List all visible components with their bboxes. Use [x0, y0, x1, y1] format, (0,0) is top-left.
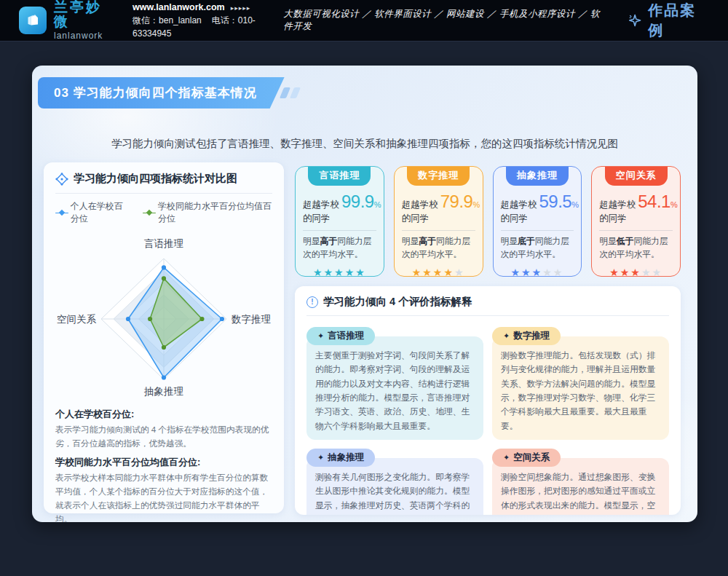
stat-percent-sign: % [670, 200, 678, 209]
radar-axis-label: 抽象推理 [143, 386, 184, 397]
stat-card-verbal: 言语推理 超越学校99.9% 的同学 明显高于同能力层次的平均水平。 ★★★★★ [295, 166, 384, 277]
star-icon: ★ [433, 267, 444, 277]
star-icon: ★ [443, 267, 454, 277]
star-icon: ★ [355, 267, 366, 277]
stat-prefix: 超越学校 [599, 200, 636, 210]
star-rating: ★★★★★ [599, 266, 673, 277]
main-card: 03 学习能力倾向四个指标基本情况 学习能力倾向测试包括了言语推理、数字推理、空… [32, 66, 697, 522]
stat-prefix: 超越学校 [402, 200, 438, 210]
banner-slash-icon [280, 87, 290, 98]
contact-block: www.lanlanwork.com▸▸▸▸▸ 微信：ben_lanlan电话：… [132, 1, 283, 41]
explain-item-verbal: ✦言语推理 主要侧重于测验对字词、句段间关系了解的能力。即考察对字词、句段的理解… [306, 327, 483, 440]
explain-item-numeric: ✦数字推理 测验数字推理能力。包括发现数（式）排列与变化规律的能力，理解并且运用… [492, 327, 669, 440]
page: 兰亭妙微 lanlanwork www.lanlanwork.com▸▸▸▸▸ … [0, 0, 728, 576]
portfolio-label: 作品案例 [648, 1, 708, 40]
divider [55, 193, 272, 194]
stat-prefix: 超越学校 [303, 200, 339, 210]
star-icon: ★ [510, 267, 521, 277]
explain-panel-title: ! 学习能力倾向 4 个评价指标解释 [306, 295, 669, 309]
radar-axis-label: 数字推理 [231, 314, 272, 325]
stat-desc: 明显高于同能力层次的平均水平。 [402, 235, 475, 261]
note-body: 表示学校大样本同能力水平群体中所有学生百分位的算数平均值，个人某个指标的百分位大… [55, 471, 272, 522]
legend: 个人在学校百分位 学校同能力水平百分位均值百分位 [55, 200, 272, 225]
radar-panel-title-text: 学习能力倾向四项指标统计对比图 [74, 172, 237, 186]
brand-name: 兰亭妙微 lanlanwork [54, 0, 114, 41]
star-icon: ★ [620, 267, 631, 277]
stat-keyword: 低于 [617, 236, 634, 246]
stat-keyword: 高于 [419, 236, 436, 246]
explain-panel-title-text: 学习能力倾向 4 个评价指标解释 [323, 295, 472, 309]
stat-suffix: 的同学 [303, 213, 376, 225]
divider [599, 230, 673, 231]
services-nav: 大数据可视化设计 ／ 软件界面设计 ／ 网站建设 ／ 手机及小程序设计 ／ 软件… [283, 8, 605, 33]
stat-keyword: 底于 [518, 236, 535, 246]
star-icon: ★ [630, 267, 641, 277]
explain-grid: ✦言语推理 主要侧重于测验对字词、句段间关系了解的能力。即考察对字词、句段的理解… [306, 327, 669, 515]
website-link[interactable]: www.lanlanwork.com [132, 2, 225, 12]
stat-desc: 明显低于同能力层次的平均水平。 [599, 235, 673, 261]
radar-chart: 言语推理数字推理抽象推理空间关系 [55, 226, 272, 403]
arrows-icon: ▸▸▸▸▸ [231, 4, 251, 12]
star-icon: ★ [521, 267, 532, 277]
stat-card-tab: 言语推理 [308, 166, 371, 186]
book-icon [23, 11, 42, 30]
explain-panel: ! 学习能力倾向 4 个评价指标解释 ✦言语推理 主要侧重于测验对字词、句段间关… [295, 286, 681, 515]
stat-percent-sign: % [374, 200, 381, 209]
explain-pill: ✦言语推理 [306, 327, 375, 345]
legend-item-personal[interactable]: 个人在学校百分位 [55, 200, 131, 225]
star-icon: ★ [542, 267, 553, 277]
stat-card-tab: 抽象推理 [506, 166, 569, 186]
note-heading: 学校同能力水平百分位均值百分位: [55, 456, 272, 469]
divider [306, 315, 669, 316]
stat-suffix: 的同学 [402, 213, 475, 225]
legend-marker-icon [55, 210, 67, 216]
legend-item-school-average[interactable]: 学校同能力水平百分位均值百分位 [143, 200, 272, 225]
banner-title: 03 学习能力倾向四个指标基本情况 [38, 77, 285, 109]
star-icon: ★ [324, 267, 335, 277]
star-icon: ★ [454, 267, 465, 277]
star-icon: ★ [652, 267, 662, 277]
stat-card-spatial: 空间关系 超越学校54.1% 的同学 明显低于同能力层次的平均水平。 ★★★★★ [591, 166, 681, 277]
radar-icon [55, 173, 68, 186]
section-banner: 03 学习能力倾向四个指标基本情况 [38, 77, 298, 109]
legend-label: 个人在学校百分位 [71, 200, 132, 225]
star-icon: ★ [422, 267, 433, 277]
explain-body: 主要侧重于测验对字词、句段间关系了解的能力。即考察对字词、句段的理解及运用的能力… [306, 336, 483, 440]
brand-name-cn: 兰亭妙微 [54, 0, 114, 30]
stat-keyword: 高于 [320, 236, 338, 246]
wechat-label: 微信：ben_lanlan [132, 15, 202, 25]
stat-percent-sign: % [472, 200, 480, 209]
four-point-star-icon: ✦ [503, 453, 510, 462]
star-icon: ★ [553, 267, 564, 277]
stat-value: 99.9 [341, 192, 374, 211]
explain-item-spatial: ✦空间关系 测验空间想象能力。通过想象图形、变换操作图形，把对图形的感知通过平面… [492, 449, 669, 515]
star-icon: ★ [609, 267, 620, 277]
stat-value: 59.5 [539, 192, 572, 211]
star-icon: ★ [313, 267, 324, 277]
sparkle-icon [627, 12, 643, 29]
divider [501, 230, 574, 231]
legend-label: 学校同能力水平百分位均值百分位 [158, 200, 272, 225]
divider [402, 230, 475, 231]
legend-marker-icon [143, 210, 154, 216]
star-rating: ★★★★★ [402, 266, 475, 277]
intro-text: 学习能力倾向测试包括了言语推理、数字推理、空间关系和抽象推理四项指标，您的这四项… [32, 137, 697, 151]
brand-logo[interactable] [19, 7, 47, 34]
explain-pill: ✦空间关系 [492, 449, 561, 467]
stat-card-tab: 数字推理 [407, 166, 470, 186]
stat-percent-sign: % [571, 200, 579, 209]
star-icon: ★ [345, 267, 356, 277]
stat-card-abstract: 抽象推理 超越学校59.5% 的同学 明显底于同能力层次的平均水平。 ★★★★★ [493, 166, 582, 277]
note-heading: 个人在学校百分位: [55, 408, 272, 421]
note-body: 表示学习能力倾向测试的 4 个指标在学校范围内表现的优劣，百分位越高的指标，优势… [55, 423, 272, 451]
stat-value: 54.1 [638, 192, 670, 211]
stat-card-row: 言语推理 超越学校99.9% 的同学 明显高于同能力层次的平均水平。 ★★★★★… [295, 166, 681, 277]
radar-axis-label: 空间关系 [57, 314, 97, 325]
info-icon: ! [306, 296, 318, 308]
four-point-star-icon: ✦ [317, 331, 324, 340]
portfolio-link[interactable]: 作品案例 [627, 1, 708, 40]
stat-desc: 明显高于同能力层次的平均水平。 [303, 235, 376, 261]
radar-panel-title: 学习能力倾向四项指标统计对比图 [55, 172, 272, 186]
stat-desc: 明显底于同能力层次的平均水平。 [501, 235, 574, 261]
star-rating: ★★★★★ [501, 266, 574, 277]
